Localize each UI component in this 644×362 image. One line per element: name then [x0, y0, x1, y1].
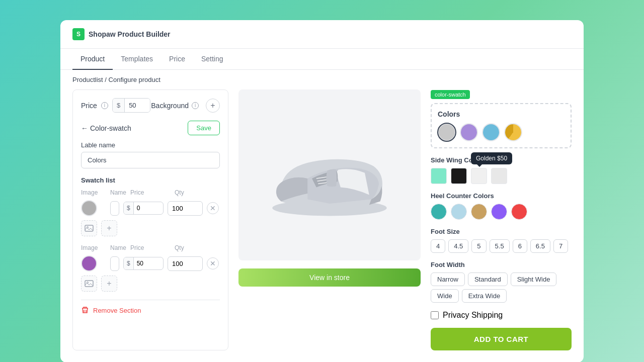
- swatch-qty-purple[interactable]: [168, 256, 203, 271]
- label-name-input[interactable]: [81, 152, 220, 168]
- swatch-name-purple[interactable]: [110, 256, 119, 271]
- add-to-cart-button[interactable]: ADD TO CART: [431, 328, 572, 350]
- foot-width-section: Foot Width Narrow Standard Slight Wide W…: [431, 261, 572, 303]
- swatch-list-header: Swatch list: [81, 176, 220, 184]
- add-swatch-btn-purple[interactable]: +: [101, 276, 117, 292]
- sw-lightgrey[interactable]: [491, 168, 507, 184]
- col-name-1: Name: [110, 189, 126, 196]
- swatch-price-purple: $: [123, 257, 164, 270]
- label-name-label: Lable name: [81, 141, 220, 149]
- swatch-actions-purple: +: [81, 276, 220, 292]
- label-section: Lable name: [81, 141, 220, 168]
- sw-black[interactable]: [451, 168, 467, 184]
- swatch-color-grey[interactable]: [81, 200, 97, 216]
- breadcrumb-separator: /: [105, 76, 107, 83]
- tab-setting[interactable]: Setting: [193, 49, 231, 70]
- swatch-price-sym-purple: $: [124, 257, 134, 269]
- privacy-row: Privacy Shipping: [431, 311, 572, 320]
- content-area: Price i $ Background i + ← Color-sw: [60, 89, 584, 362]
- privacy-checkbox[interactable]: [431, 311, 439, 319]
- width-options: Narrow Standard Slight Wide Wide Extra W…: [431, 273, 572, 303]
- foot-size-section: Foot Size 4 4.5 5 5.5 6 6.5 7: [431, 228, 572, 253]
- back-arrow-icon: ←: [81, 124, 88, 132]
- color-swatch-badge: color-swatch: [431, 90, 470, 99]
- trash-icon: [81, 306, 89, 314]
- side-wing-section: Side Wing Colors Golden $50: [431, 156, 572, 184]
- remove-swatch-grey[interactable]: ✕: [207, 202, 219, 214]
- width-extra-wide[interactable]: Extra Wide: [462, 289, 507, 303]
- tab-price[interactable]: Price: [161, 49, 193, 70]
- hc-teal[interactable]: [431, 204, 447, 220]
- breadcrumb: Productlist / Configure product: [60, 70, 584, 89]
- foot-size-label: Foot Size: [431, 228, 572, 235]
- swatch-color-purple[interactable]: [81, 255, 97, 272]
- color-grey[interactable]: [438, 123, 456, 141]
- col-price-1: Price: [130, 189, 171, 196]
- col-name-2: Name: [110, 244, 126, 251]
- product-image-container: [238, 89, 421, 260]
- size-5[interactable]: 5: [471, 239, 486, 253]
- heel-counter-label: Heel Counter Colors: [431, 192, 572, 200]
- add-background-button[interactable]: +: [206, 99, 220, 113]
- price-label: Price: [81, 102, 97, 110]
- add-swatch-btn-grey[interactable]: +: [101, 220, 117, 236]
- middle-panel: View in store: [228, 89, 431, 350]
- swatch-price-input-purple[interactable]: [134, 257, 154, 269]
- col-image-2: Image: [81, 244, 106, 251]
- back-button[interactable]: ← Color-swatch: [81, 124, 131, 132]
- width-wide[interactable]: Wide: [431, 289, 459, 303]
- hc-red[interactable]: [511, 204, 527, 220]
- size-6[interactable]: 6: [513, 239, 527, 253]
- hc-tan[interactable]: [471, 204, 487, 220]
- color-blue[interactable]: [482, 123, 500, 141]
- size-5-5[interactable]: 5.5: [490, 239, 510, 253]
- hc-purple[interactable]: [491, 204, 507, 220]
- side-wing-swatches: [431, 168, 572, 184]
- sw-white[interactable]: [471, 168, 487, 184]
- size-6-5[interactable]: 6.5: [530, 239, 550, 253]
- left-panel: Price i $ Background i + ← Color-sw: [72, 89, 228, 350]
- save-button[interactable]: Save: [188, 121, 220, 135]
- tab-product[interactable]: Product: [72, 49, 113, 70]
- color-golden[interactable]: [504, 123, 522, 141]
- swatch-image-btn-purple[interactable]: [81, 276, 97, 292]
- brand-logo-icon: S: [72, 28, 85, 40]
- swatch-image-btn-grey[interactable]: [81, 220, 97, 236]
- price-info-icon: i: [101, 102, 108, 109]
- price-background-row: Price i $ Background i +: [81, 98, 220, 113]
- hc-lightblue[interactable]: [451, 204, 467, 220]
- right-panel: color-swatch Colors Side Wing Colors: [431, 89, 572, 350]
- sw-mint[interactable]: [431, 168, 447, 184]
- size-options: 4 4.5 5 5.5 6 6.5 7: [431, 239, 572, 253]
- privacy-label: Privacy Shipping: [443, 311, 503, 320]
- remove-section-label: Remove Section: [93, 307, 141, 314]
- swatch-price-grey: $: [123, 202, 164, 215]
- swatch-name-grey[interactable]: [110, 201, 119, 216]
- tab-templates[interactable]: Templates: [113, 49, 161, 70]
- remove-swatch-purple[interactable]: ✕: [207, 257, 219, 269]
- width-slight-wide[interactable]: Slight Wide: [511, 273, 557, 286]
- width-standard[interactable]: Standard: [468, 273, 508, 286]
- size-4[interactable]: 4: [431, 239, 445, 253]
- brand-name: Shopaw Product Builder: [89, 30, 171, 38]
- swatch-row-purple: $ ✕: [81, 255, 220, 272]
- breadcrumb-parent[interactable]: Productlist: [72, 76, 103, 83]
- remove-section-button[interactable]: Remove Section: [81, 306, 220, 314]
- swatch-row-grey: $ ✕: [81, 200, 220, 216]
- golden-tooltip: Golden $50: [471, 152, 512, 164]
- color-purple[interactable]: [460, 123, 478, 141]
- price-input[interactable]: [125, 99, 150, 112]
- swatch-actions-grey: +: [81, 220, 220, 236]
- swatch-price-input-grey[interactable]: [134, 202, 154, 214]
- size-4-5[interactable]: 4.5: [448, 239, 468, 253]
- foot-width-label: Foot Width: [431, 261, 572, 268]
- view-in-store-button[interactable]: View in store: [238, 268, 421, 287]
- size-7[interactable]: 7: [553, 239, 568, 253]
- price-symbol: $: [113, 99, 125, 112]
- colors-section-label: Colors: [438, 110, 565, 118]
- width-narrow[interactable]: Narrow: [431, 273, 465, 286]
- nav-tabs: Product Templates Price Setting: [60, 49, 584, 70]
- swatch-qty-grey[interactable]: [168, 201, 203, 216]
- col-price-2: Price: [130, 244, 171, 251]
- background-label: Background: [151, 102, 189, 110]
